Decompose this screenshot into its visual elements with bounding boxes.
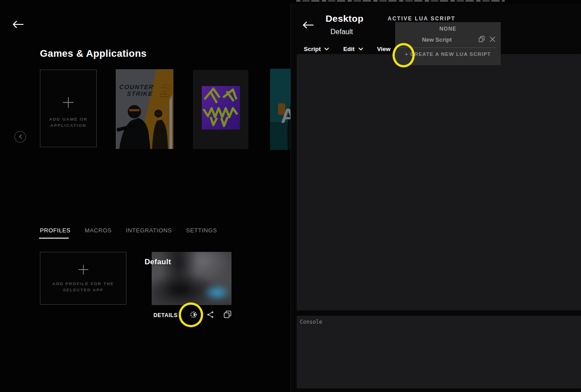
dropdown-option-new-script[interactable]: New Script (395, 36, 479, 43)
dropdown-divider (400, 47, 496, 48)
chevron-down-icon (358, 47, 363, 51)
plus-icon (62, 96, 75, 109)
add-profile-tile[interactable]: ADD PROFILE FOR THE SELECTED APP (40, 252, 126, 305)
counter-strike-2-artwork: COUNTER STRIKE 2 (116, 69, 173, 149)
tab-settings[interactable]: SETTINGS (186, 227, 217, 234)
chevron-down-icon (324, 47, 329, 51)
console-panel: Console (297, 316, 581, 388)
section-tabs: PROFILES MACROS INTEGRATIONS SETTINGS (40, 227, 217, 234)
active-tab-underline (39, 238, 69, 239)
dropdown-script-row: New Script (395, 36, 501, 43)
gear-icon (190, 313, 197, 320)
graffiti-artwork (202, 86, 240, 129)
script-profile-subtitle: Default (330, 28, 353, 36)
profile-settings-button[interactable] (190, 311, 197, 320)
menu-edit[interactable]: Edit (343, 46, 363, 52)
carousel-prev-button[interactable] (14, 131, 26, 143)
duplicate-script-button[interactable] (479, 36, 485, 43)
tab-macros[interactable]: MACROS (85, 227, 112, 234)
duplicate-profile-button[interactable] (224, 310, 232, 320)
menu-script[interactable]: Script (304, 46, 329, 52)
tab-profiles[interactable]: PROFILES (40, 227, 71, 234)
details-button[interactable]: DETAILS (153, 312, 178, 318)
duplicate-icon (479, 37, 485, 43)
add-game-tile[interactable]: ADD GAME OR APPLICATION (40, 70, 97, 147)
share-icon (207, 313, 214, 320)
code-editor-area[interactable] (297, 54, 581, 310)
ghub-app-window: Games & Applications ADD GAME OR APPLICA… (0, 0, 581, 392)
share-profile-button[interactable] (207, 311, 214, 320)
close-icon (490, 37, 495, 43)
active-lua-script-dropdown-trigger[interactable]: ACTIVE LUA SCRIPT (388, 16, 455, 22)
profile-name: Default (145, 258, 171, 267)
lua-script-editor-panel: Desktop Default ACTIVE LUA SCRIPT Script… (290, 4, 581, 392)
tab-integrations[interactable]: INTEGRATIONS (126, 227, 172, 234)
console-label: Console (300, 319, 322, 325)
menu-view[interactable]: View (377, 46, 391, 52)
profile-actions-row: DETAILS (153, 310, 232, 320)
cutoff-window-text-sliver (296, 0, 505, 3)
script-back-button[interactable] (302, 21, 314, 30)
active-lua-script-dropdown: NONE New Script (395, 22, 501, 65)
plus-icon (78, 264, 89, 275)
duplicate-icon (224, 313, 232, 320)
create-new-lua-script-button[interactable]: + CREATE A NEW LUA SCRIPT (395, 51, 501, 57)
delete-script-button[interactable] (490, 36, 495, 43)
back-arrow-icon (302, 24, 314, 30)
dropdown-option-none[interactable]: NONE (395, 26, 501, 32)
back-arrow-icon (12, 23, 24, 30)
chevron-left-icon (19, 133, 22, 140)
add-game-label: ADD GAME OR APPLICATION (49, 116, 87, 129)
script-target-title: Desktop (326, 13, 364, 24)
game-tile-graffiti[interactable] (193, 70, 248, 149)
add-profile-label: ADD PROFILE FOR THE SELECTED APP (52, 281, 114, 293)
back-button[interactable] (12, 20, 24, 30)
game-tile-counter-strike-2[interactable]: COUNTER STRIKE 2 (116, 69, 173, 149)
page-title: Games & Applications (40, 48, 147, 59)
